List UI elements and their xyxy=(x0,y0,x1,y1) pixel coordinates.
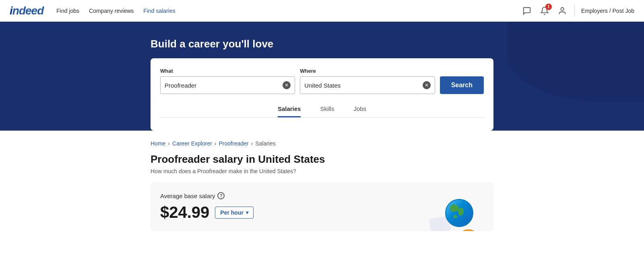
tabs-container: Salaries Skills Jobs xyxy=(160,100,484,118)
profile-icon[interactable] xyxy=(557,5,568,16)
navbar: indeed Find jobs Company reviews Find sa… xyxy=(0,0,644,22)
search-button[interactable]: Search xyxy=(440,76,484,94)
svg-point-0 xyxy=(561,7,564,10)
clear-where-button[interactable]: ✕ xyxy=(423,81,431,89)
page-title: Proofreader salary in United States xyxy=(151,153,493,166)
salary-amount: $24.99 Per hour ▾ xyxy=(160,203,254,221)
search-box: What ✕ Where ✕ Search Salaries xyxy=(151,58,493,131)
find-salaries-link[interactable]: Find salaries xyxy=(143,8,175,14)
company-reviews-link[interactable]: Company reviews xyxy=(89,8,134,14)
where-field: Where ✕ xyxy=(300,68,435,94)
breadcrumb-career-explorer[interactable]: Career Explorer xyxy=(172,140,212,147)
globe-land-2 xyxy=(458,208,464,216)
page-subtitle: How much does a Proofreader make in the … xyxy=(151,168,493,174)
avg-base-label: Average base salary ? xyxy=(160,192,254,199)
breadcrumb: Home › Career Explorer › Proofreader › S… xyxy=(151,140,493,147)
find-jobs-link[interactable]: Find jobs xyxy=(56,8,79,14)
notifications-icon[interactable]: 1 xyxy=(539,5,550,16)
globe-land-1 xyxy=(450,205,459,212)
breadcrumb-sep-1: › xyxy=(168,140,170,147)
hero-decoration xyxy=(507,22,644,102)
where-input[interactable] xyxy=(304,82,422,89)
tab-skills[interactable]: Skills xyxy=(320,100,334,117)
nav-links: Find jobs Company reviews Find salaries xyxy=(56,8,521,14)
breadcrumb-sep-2: › xyxy=(215,140,217,147)
what-input[interactable] xyxy=(165,82,283,89)
help-icon[interactable]: ? xyxy=(217,192,225,199)
per-hour-dropdown[interactable]: Per hour ▾ xyxy=(215,207,254,219)
salary-left: Average base salary ? $24.99 Per hour ▾ xyxy=(160,192,254,221)
what-input-wrap[interactable]: ✕ xyxy=(160,76,295,94)
nav-divider xyxy=(574,5,575,16)
employers-post-job-link[interactable]: Employers / Post Job xyxy=(581,8,634,14)
logo[interactable]: indeed xyxy=(10,4,43,17)
hero-section: Build a career you'll love What ✕ Where … xyxy=(0,22,644,131)
tab-salaries[interactable]: Salaries xyxy=(278,100,301,117)
globe-illustration xyxy=(441,199,477,231)
coin-1 xyxy=(463,229,474,231)
hero-title: Build a career you'll love xyxy=(151,38,493,50)
salary-card: Average base salary ? $24.99 Per hour ▾ xyxy=(151,182,493,231)
chevron-down-icon: ▾ xyxy=(246,210,248,215)
breadcrumb-current: Salaries xyxy=(255,140,276,147)
breadcrumb-home[interactable]: Home xyxy=(151,140,165,147)
what-field: What ✕ xyxy=(160,68,295,94)
tab-jobs[interactable]: Jobs xyxy=(353,100,366,117)
messages-icon[interactable] xyxy=(521,5,533,16)
main-content: Home › Career Explorer › Proofreader › S… xyxy=(141,131,503,231)
clear-what-button[interactable]: ✕ xyxy=(283,81,291,89)
notification-count: 1 xyxy=(545,4,552,10)
where-input-wrap[interactable]: ✕ xyxy=(300,76,435,94)
salary-value: $24.99 xyxy=(160,203,209,221)
what-label: What xyxy=(160,68,295,74)
globe-circle xyxy=(445,199,473,227)
globe-land-3 xyxy=(453,215,457,218)
breadcrumb-sep-3: › xyxy=(251,140,253,147)
navbar-right: 1 Employers / Post Job xyxy=(521,5,634,16)
breadcrumb-proofreader[interactable]: Proofreader xyxy=(219,140,249,147)
where-label: Where xyxy=(300,68,435,74)
